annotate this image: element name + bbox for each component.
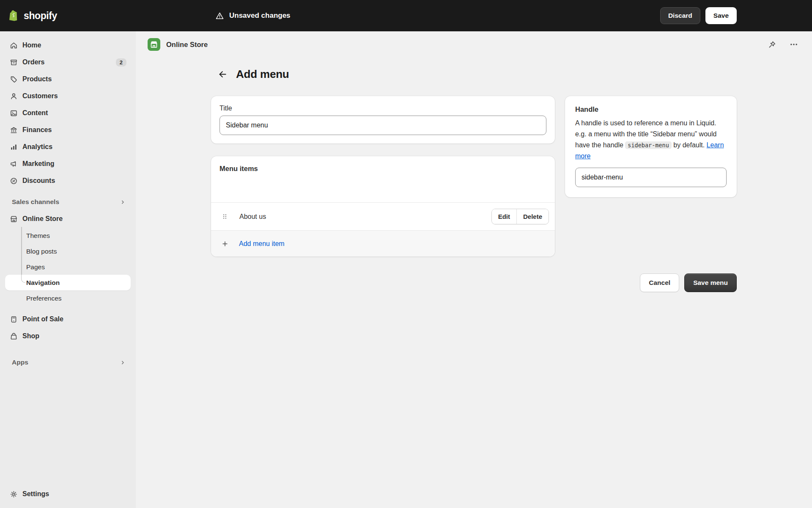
sidebar: Home Orders 2 Products Customers Content — [0, 31, 136, 508]
sidebar-item-label: Orders — [22, 58, 112, 66]
sidebar-item-label: Online Store — [22, 215, 126, 223]
subitem-label: Preferences — [26, 295, 62, 302]
sidebar-item-label: Content — [22, 109, 126, 117]
content-icon — [9, 109, 18, 118]
unsaved-changes-indicator: Unsaved changes — [215, 11, 291, 20]
context-header: Online Store — [136, 31, 812, 58]
chevron-right-icon — [119, 199, 126, 206]
sales-channels-label: Sales channels — [12, 198, 59, 206]
back-arrow-icon — [218, 69, 228, 79]
menu-items-card: Menu items About us Edit — [211, 156, 555, 257]
sidebar-item-marketing[interactable]: Marketing — [5, 156, 131, 172]
handle-description: A handle is used to reference a menu in … — [575, 118, 727, 162]
subitem-label: Pages — [26, 263, 45, 271]
warning-icon — [215, 11, 224, 20]
point-of-sale-icon — [9, 315, 18, 324]
analytics-icon — [9, 143, 18, 152]
page-actions: Cancel Save menu — [211, 273, 737, 292]
handle-input[interactable] — [575, 168, 727, 187]
page-header: Add menu — [211, 68, 737, 81]
sidebar-item-shop[interactable]: Shop — [5, 328, 131, 344]
sidebar-item-online-store[interactable]: Online Store — [5, 211, 131, 227]
products-icon — [9, 75, 18, 84]
menu-item-actions: Edit Delete — [491, 209, 549, 224]
sidebar-item-label: Discounts — [22, 177, 126, 185]
sidebar-item-finances[interactable]: Finances — [5, 122, 131, 138]
apps-label: Apps — [12, 359, 28, 366]
subitem-label: Blog posts — [26, 248, 57, 255]
sidebar-item-analytics[interactable]: Analytics — [5, 139, 131, 155]
handle-heading: Handle — [575, 105, 727, 113]
marketing-icon — [9, 160, 18, 168]
plus-icon — [221, 240, 229, 248]
delete-button[interactable]: Delete — [516, 209, 549, 224]
sidebar-item-label: Home — [22, 41, 126, 49]
sidebar-item-label: Products — [22, 75, 126, 83]
sidebar-subitem-blog-posts[interactable]: Blog posts — [5, 243, 131, 259]
brand-wordmark: shopify — [24, 10, 57, 22]
chevron-right-icon — [119, 359, 126, 366]
sidebar-subitem-themes[interactable]: Themes — [5, 228, 131, 243]
sidebar-item-label: Customers — [22, 92, 126, 100]
sidebar-item-point-of-sale[interactable]: Point of Sale — [5, 311, 131, 327]
more-actions-button[interactable] — [787, 38, 800, 51]
page-title: Add menu — [236, 68, 289, 81]
home-icon — [9, 41, 18, 50]
right-column: Handle A handle is used to reference a m… — [565, 96, 737, 197]
add-menu-item-link[interactable]: Add menu item — [239, 240, 285, 248]
customers-icon — [9, 92, 18, 101]
online-store-channel-icon — [148, 38, 160, 51]
sidebar-subitem-pages[interactable]: Pages — [5, 259, 131, 275]
sidebar-item-label: Point of Sale — [22, 315, 126, 323]
sidebar-subitem-navigation[interactable]: Navigation — [5, 275, 131, 290]
sales-channels-heading[interactable]: Sales channels — [5, 195, 131, 209]
title-card: Title — [211, 96, 555, 144]
orders-count-badge: 2 — [116, 58, 126, 66]
save-menu-button[interactable]: Save menu — [684, 273, 737, 292]
drag-handle[interactable] — [221, 213, 228, 220]
main-content: Online Store Add menu — [136, 31, 812, 508]
menu-items-card-head: Menu items — [211, 156, 555, 173]
apps-heading[interactable]: Apps — [5, 355, 131, 370]
online-store-icon — [9, 215, 18, 224]
shopify-bag-icon — [8, 9, 20, 22]
menu-items-heading: Menu items — [219, 165, 546, 173]
pin-button[interactable] — [766, 39, 778, 51]
edit-button[interactable]: Edit — [492, 209, 516, 224]
handle-card: Handle A handle is used to reference a m… — [565, 96, 737, 197]
title-label: Title — [219, 105, 546, 112]
sidebar-item-discounts[interactable]: Discounts — [5, 173, 131, 189]
context-title: Online Store — [166, 41, 208, 49]
sidebar-item-label: Settings — [22, 490, 126, 498]
pin-icon — [768, 40, 776, 49]
topbar-actions: Discard Save — [660, 7, 737, 24]
menu-item-label: About us — [239, 213, 491, 221]
cancel-button[interactable]: Cancel — [640, 273, 679, 292]
sidebar-item-settings[interactable]: Settings — [5, 486, 131, 502]
title-input[interactable] — [219, 116, 546, 135]
handle-code-chip: sidebar-menu — [625, 141, 672, 149]
sidebar-item-label: Marketing — [22, 160, 126, 168]
orders-icon — [9, 58, 18, 67]
drag-handle-icon — [221, 213, 228, 220]
sidebar-item-label: Finances — [22, 126, 126, 134]
save-button[interactable]: Save — [705, 7, 737, 24]
menu-item-row: About us Edit Delete — [211, 203, 555, 230]
sidebar-subitem-preferences[interactable]: Preferences — [5, 290, 131, 306]
back-button[interactable] — [216, 68, 229, 81]
sidebar-item-label: Analytics — [22, 143, 126, 151]
add-menu-item-row[interactable]: Add menu item — [211, 230, 555, 257]
sidebar-item-content[interactable]: Content — [5, 105, 131, 121]
subitem-label: Themes — [26, 232, 50, 240]
unsaved-changes-text: Unsaved changes — [229, 11, 291, 20]
context-actions — [766, 38, 800, 51]
sidebar-item-products[interactable]: Products — [5, 71, 131, 87]
sidebar-item-home[interactable]: Home — [5, 37, 131, 53]
online-store-subnav: Themes Blog posts Pages Navigation Prefe… — [0, 228, 136, 306]
subitem-label: Navigation — [26, 279, 60, 287]
shopify-logo[interactable]: shopify — [0, 9, 57, 22]
finances-icon — [9, 126, 18, 135]
sidebar-item-orders[interactable]: Orders 2 — [5, 54, 131, 70]
sidebar-item-customers[interactable]: Customers — [5, 88, 131, 104]
discard-button[interactable]: Discard — [660, 7, 700, 24]
